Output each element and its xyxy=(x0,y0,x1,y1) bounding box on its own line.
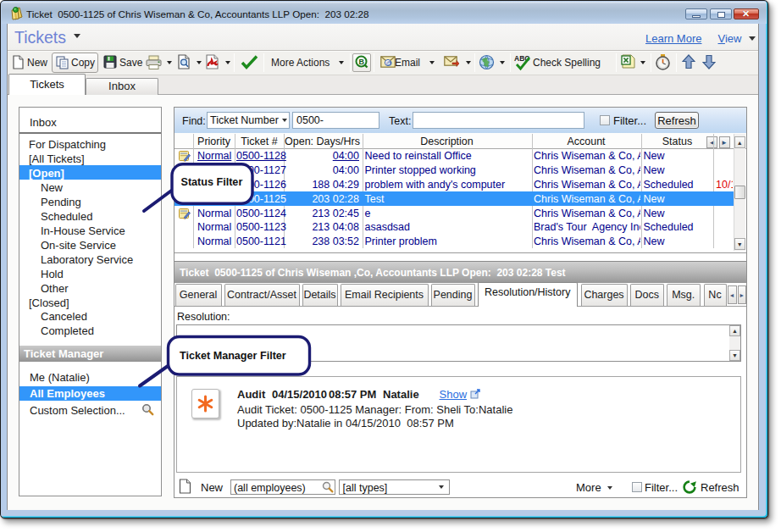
svg-text:Status Filter: Status Filter xyxy=(181,176,243,188)
svg-text:Ticket Manager Filter: Ticket Manager Filter xyxy=(180,350,286,362)
svg-text:@: @ xyxy=(385,58,392,66)
svg-text:B: B xyxy=(359,58,365,66)
